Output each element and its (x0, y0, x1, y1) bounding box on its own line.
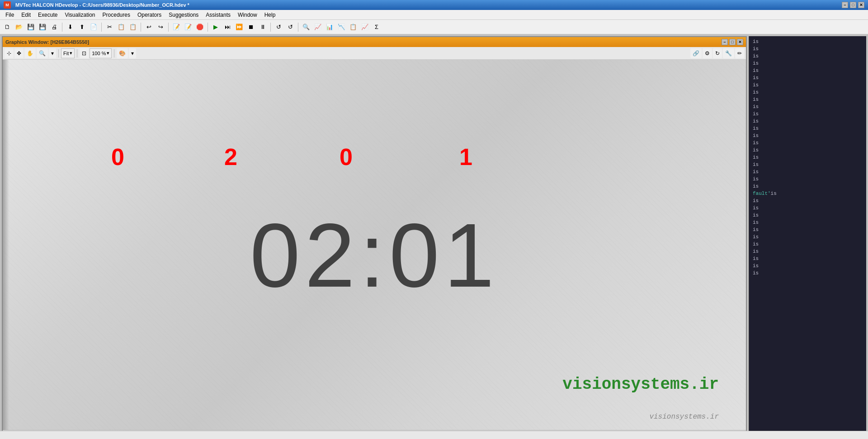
tb-save[interactable]: 💾 (25, 22, 36, 33)
menu-window[interactable]: Window (234, 10, 261, 19)
menu-procedures[interactable]: Procedures (99, 10, 134, 19)
gw-tb-zoom-icon[interactable]: ⊡ (80, 48, 89, 58)
code-line-23[interactable]: is (749, 197, 866, 204)
gw-tb-move[interactable]: ✥ (14, 48, 24, 58)
tb-pause[interactable]: ⏸ (257, 22, 268, 33)
tb-reset2[interactable]: ↺ (285, 22, 296, 33)
tb-prog2[interactable]: 📝 (183, 22, 193, 33)
gw-tb-r4[interactable]: 🔧 (723, 48, 734, 58)
code-line-16[interactable]: is (749, 146, 866, 154)
close-button[interactable]: ✕ (858, 2, 864, 8)
tb-chart5[interactable]: 📈 (359, 22, 370, 33)
menu-visualization[interactable]: Visualization (61, 10, 99, 19)
code-line-1[interactable]: is (749, 38, 866, 45)
minimize-button[interactable]: − (842, 2, 848, 8)
gw-maximize[interactable]: □ (729, 39, 736, 45)
menu-edit[interactable]: Edit (18, 10, 34, 19)
code-line-11[interactable]: is (749, 110, 866, 118)
tb-sep-5 (208, 23, 208, 32)
menu-file[interactable]: File (2, 10, 18, 19)
tb-save2[interactable]: 💾 (37, 22, 48, 33)
gw-tb-hand[interactable]: ✋ (24, 48, 36, 58)
code-line-12[interactable]: is (749, 118, 866, 125)
tb-run[interactable]: ▶ (210, 22, 221, 33)
gw-tb-cursor[interactable]: ⊹ (5, 48, 14, 58)
code-line-7[interactable]: is (749, 81, 866, 89)
code-line-21[interactable]: is (749, 183, 866, 190)
code-line-15[interactable]: is (749, 139, 866, 146)
gw-tb-r2[interactable]: ⚙ (703, 48, 712, 58)
code-line-6[interactable]: is (749, 74, 866, 81)
code-line-27[interactable]: is (749, 226, 866, 233)
gw-tb-r3[interactable]: ↻ (713, 48, 722, 58)
tb-print[interactable]: 🖨 (49, 22, 60, 33)
tb-inspect[interactable]: 🔍 (301, 22, 311, 33)
gw-fit-dropdown[interactable]: Fit ▾ (61, 48, 75, 58)
tb-copy[interactable]: 📋 (116, 22, 127, 33)
tb-export[interactable]: ⬆ (76, 22, 87, 33)
code-line-25[interactable]: is (749, 212, 866, 219)
menu-operators[interactable]: Operators (134, 10, 165, 19)
code-line-18[interactable]: is (749, 161, 866, 168)
tb-chart1[interactable]: 📈 (312, 22, 323, 33)
gw-zoom-dropdown[interactable]: 100 % ▾ (90, 48, 112, 58)
code-line-2[interactable]: is (749, 45, 866, 52)
code-line-fault[interactable]: fault'is (749, 190, 866, 197)
menu-assistants[interactable]: Assistants (202, 10, 234, 19)
tb-chart4[interactable]: 📋 (348, 22, 359, 33)
menu-suggestions[interactable]: Suggestions (165, 10, 202, 19)
menu-help[interactable]: Help (261, 10, 279, 19)
code-line-8[interactable]: is (749, 89, 866, 96)
code-line-32[interactable]: is (749, 262, 866, 269)
gw-minimize[interactable]: − (722, 39, 728, 45)
code-line-10[interactable]: is (749, 103, 866, 110)
tb-prog[interactable]: 📝 (171, 22, 182, 33)
code-line-29[interactable]: is (749, 241, 866, 248)
code-line-13[interactable]: is (749, 125, 866, 132)
code-line-14[interactable]: is (749, 132, 866, 139)
gw-tb-zoom-menu[interactable]: ▾ (49, 48, 56, 58)
tb-chart2[interactable]: 📊 (324, 22, 335, 33)
code-line-33[interactable]: is (749, 269, 866, 277)
code-line-20[interactable]: is (749, 175, 866, 183)
tb-cut[interactable]: ✂ (104, 22, 115, 33)
gw-tb-color[interactable]: 🎨 (117, 48, 128, 58)
tb-open[interactable]: 📂 (14, 22, 24, 33)
gw-fit-label: Fit (63, 51, 69, 56)
gw-close[interactable]: ✕ (737, 39, 743, 45)
gw-tb-r1[interactable]: 🔗 (690, 48, 702, 58)
code-line-26[interactable]: is (749, 219, 866, 226)
code-line-30[interactable]: is (749, 248, 866, 255)
maximize-button[interactable]: □ (850, 2, 856, 8)
tb-chart6[interactable]: Σ (371, 22, 382, 33)
code-line-19[interactable]: is (749, 168, 866, 175)
menu-execute[interactable]: Execute (34, 10, 61, 19)
code-line-17[interactable]: is (749, 154, 866, 161)
gw-tb-zoom-in[interactable]: 🔍 (37, 48, 48, 58)
gw-zoom-arrow: ▾ (107, 50, 109, 56)
tb-paste[interactable]: 📋 (127, 22, 138, 33)
code-line-24[interactable]: is (749, 204, 866, 212)
tb-new[interactable]: 🗋 (2, 22, 13, 33)
code-line-28[interactable]: is (749, 233, 866, 241)
code-line-31[interactable]: is (749, 255, 866, 262)
tb-redo[interactable]: ↪ (155, 22, 166, 33)
tb-step-into[interactable]: ⏩ (234, 22, 245, 33)
tb-doc[interactable]: 📄 (88, 22, 99, 33)
code-line-5[interactable]: is (749, 67, 866, 74)
tb-step-over[interactable]: ⏭ (222, 22, 233, 33)
tb-import[interactable]: ⬇ (65, 22, 75, 33)
code-line-4[interactable]: is (749, 60, 866, 67)
tb-chart3[interactable]: 📉 (336, 22, 347, 33)
tb-undo[interactable]: ↩ (143, 22, 154, 33)
code-line-3[interactable]: is (749, 52, 866, 60)
gw-canvas[interactable]: 02:01 0 2 0 1 visionsystems.ir visionsys… (3, 60, 746, 430)
tb-reset[interactable]: ↺ (273, 22, 284, 33)
tb-step-out[interactable]: ⏹ (245, 22, 256, 33)
right-sidebar-content: is is is is is is is is is is is is is i… (749, 36, 866, 437)
graphics-window: Graphics Window: [H26E864B5550] − □ ✕ ⊹ … (2, 36, 747, 437)
gw-tb-r5[interactable]: ✏ (735, 48, 744, 58)
code-line-9[interactable]: is (749, 96, 866, 103)
gw-tb-color-arrow[interactable]: ▾ (129, 48, 136, 58)
tb-stop[interactable]: 🛑 (194, 22, 205, 33)
